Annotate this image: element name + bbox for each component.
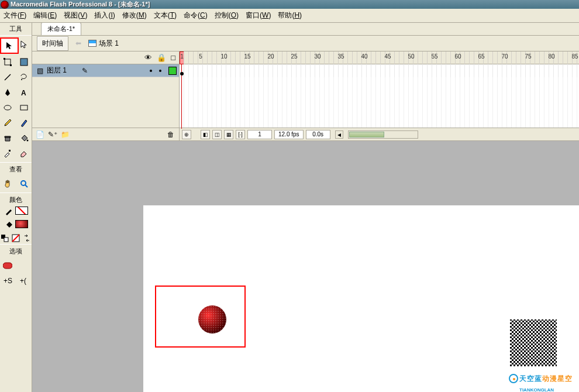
stroke-color-icon: [4, 207, 13, 218]
onion-skin-outlines-button[interactable]: ◫: [212, 130, 222, 139]
app-icon: [1, 1, 8, 8]
menu-control[interactable]: 控制(O): [211, 9, 242, 22]
layer-name: 图层 1: [47, 66, 67, 75]
svg-point-6: [21, 79, 22, 80]
svg-rect-0: [5, 59, 11, 65]
scene-icon: [88, 40, 96, 47]
pen-tool[interactable]: [0, 85, 15, 99]
back-arrow-icon[interactable]: ⬅: [72, 39, 85, 47]
title-bar: Macromedia Flash Professional 8 - [未命名-1…: [0, 0, 579, 9]
menu-view[interactable]: 视图(V): [60, 9, 91, 22]
eraser-tool[interactable]: [16, 146, 32, 160]
svg-text:A: A: [21, 89, 26, 97]
paint-bucket-tool[interactable]: [16, 131, 32, 145]
current-frame-field: 1: [247, 130, 272, 139]
document-tab-bar: 未命名-1*: [32, 23, 579, 36]
svg-rect-9: [20, 105, 27, 110]
pencil-tool[interactable]: [0, 116, 15, 130]
stage-container[interactable]: [32, 141, 579, 392]
modify-onion-markers-button[interactable]: [·]: [236, 130, 245, 139]
black-white-button[interactable]: [0, 233, 9, 243]
frames-empty-area: [180, 77, 579, 128]
timeline-ruler[interactable]: 15101520253035404550556065707580859095: [180, 51, 579, 64]
add-layer-button[interactable]: 📄: [36, 130, 44, 139]
layer-header: 👁 🔒 □: [32, 51, 179, 64]
document-area: 未命名-1* 时间轴 ⬅ 场景 1 👁 🔒 □ ▧ 图层 1 ✎: [32, 23, 579, 392]
frames-row-layer1[interactable]: [180, 64, 579, 77]
lasso-tool[interactable]: [16, 70, 32, 84]
delete-layer-button[interactable]: 🗑: [167, 130, 175, 139]
frames-footer: ⊕ ◧ ◫ ▦ [·] 1 12.0 fps 0.0s ◂: [180, 128, 579, 140]
eye-icon[interactable]: 👁: [144, 53, 152, 62]
oval-tool[interactable]: [0, 101, 15, 115]
timeline-scrollbar[interactable]: [348, 130, 418, 139]
edit-bar: 时间轴 ⬅ 场景 1: [32, 36, 579, 51]
color-section-label: 颜色: [0, 192, 32, 205]
gradient-transform-tool[interactable]: [16, 55, 32, 69]
outline-icon[interactable]: □: [171, 53, 175, 62]
add-folder-button[interactable]: 📁: [61, 130, 70, 139]
svg-rect-2: [10, 64, 12, 66]
timeline-toggle-button[interactable]: 时间轴: [37, 36, 68, 51]
svg-line-5: [5, 74, 11, 80]
swap-colors-button[interactable]: [22, 233, 32, 243]
menu-text[interactable]: 文本(T): [150, 9, 180, 22]
tools-header: 工具: [0, 23, 32, 36]
fill-color-swatch[interactable]: [15, 220, 28, 228]
eyedropper-tool[interactable]: [0, 146, 15, 160]
view-section-label: 查看: [0, 162, 32, 175]
layer-pencil-icon: ✎: [82, 67, 88, 75]
qr-code: [506, 316, 560, 370]
hand-tool[interactable]: [0, 177, 15, 191]
line-tool[interactable]: [0, 70, 15, 84]
svg-rect-15: [4, 238, 8, 242]
scene-name: 场景 1: [99, 39, 119, 49]
svg-point-8: [4, 105, 11, 110]
keyframe-1[interactable]: [180, 72, 184, 75]
center-frame-button[interactable]: ⊕: [182, 130, 191, 139]
no-color-button[interactable]: [11, 233, 20, 243]
document-tab[interactable]: 未命名-1*: [41, 22, 81, 35]
menu-modify[interactable]: 修改(M): [119, 9, 150, 22]
smooth-option[interactable]: +S: [0, 274, 15, 288]
stroke-color-swatch[interactable]: [15, 207, 28, 215]
svg-point-10: [27, 140, 29, 142]
timeline-panel: 👁 🔒 □ ▧ 图层 1 ✎ 📄 ✎⁺ 📁 🗑: [32, 51, 579, 141]
layer-row-1[interactable]: ▧ 图层 1 ✎: [32, 64, 179, 77]
svg-rect-1: [4, 58, 5, 60]
menu-bar: 文件(F) 编辑(E) 视图(V) 插入(I) 修改(M) 文本(T) 命令(C…: [0, 9, 579, 23]
zoom-tool[interactable]: [16, 177, 32, 191]
free-transform-tool[interactable]: [0, 55, 15, 69]
timeline-scroll-left[interactable]: ◂: [335, 130, 343, 139]
menu-file[interactable]: 文件(F): [0, 9, 30, 22]
menu-command[interactable]: 命令(C): [180, 9, 211, 22]
svg-point-12: [21, 181, 26, 185]
menu-edit[interactable]: 编辑(E): [30, 9, 60, 22]
onion-skin-button[interactable]: ◧: [201, 130, 210, 139]
scene-breadcrumb[interactable]: 场景 1: [88, 39, 119, 49]
menu-window[interactable]: 窗口(W): [242, 9, 274, 22]
layer-panel: 👁 🔒 □ ▧ 图层 1 ✎ 📄 ✎⁺ 📁 🗑: [32, 51, 180, 140]
ink-bottle-tool[interactable]: [0, 131, 15, 145]
watermark: 天空蓝动漫星空 TIANKONGLAN: [509, 373, 573, 392]
menu-insert[interactable]: 插入(I): [91, 9, 118, 22]
fill-color-icon: [4, 220, 13, 231]
snap-to-objects-button[interactable]: [0, 259, 15, 273]
options-section-label: 选项: [0, 244, 32, 257]
layer-outline-color[interactable]: [168, 67, 177, 75]
fps-field: 12.0 fps: [274, 130, 304, 139]
edit-multiple-frames-button[interactable]: ▦: [224, 130, 233, 139]
timeline-scroll-thumb[interactable]: [349, 132, 384, 137]
lock-icon[interactable]: 🔒: [157, 53, 166, 62]
brush-tool[interactable]: [16, 116, 32, 130]
svg-line-13: [25, 185, 27, 187]
straighten-option[interactable]: +(: [16, 274, 32, 288]
text-tool[interactable]: A: [16, 85, 32, 99]
svg-rect-3: [20, 59, 27, 66]
subselection-tool[interactable]: [16, 37, 32, 51]
frames-panel: 15101520253035404550556065707580859095 ⊕…: [180, 51, 579, 140]
add-guide-layer-button[interactable]: ✎⁺: [48, 130, 57, 139]
stage-object-oval[interactable]: [198, 305, 226, 333]
rectangle-tool[interactable]: [16, 101, 32, 115]
menu-help[interactable]: 帮助(H): [274, 9, 305, 22]
